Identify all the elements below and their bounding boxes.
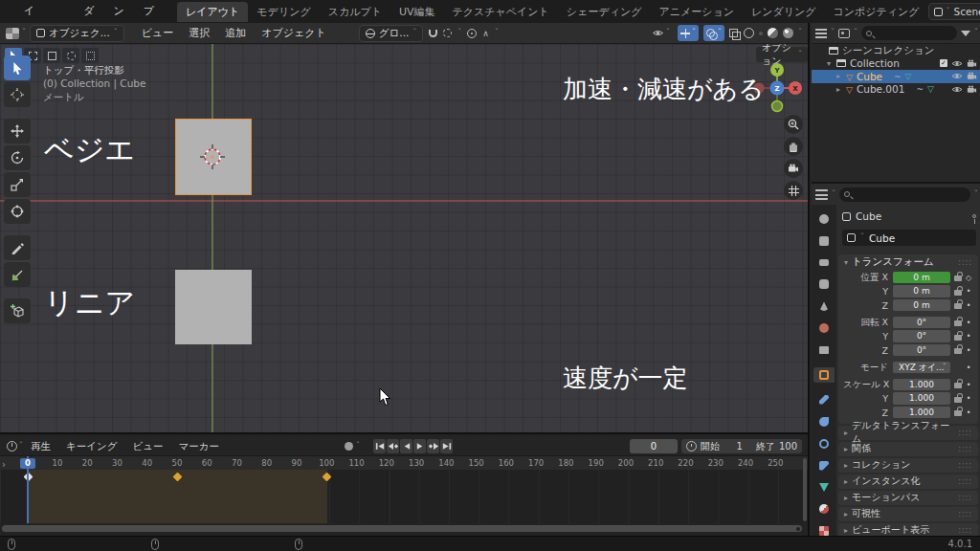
transform-value-field[interactable]: 0 m xyxy=(893,272,950,284)
tab-output-icon[interactable] xyxy=(818,258,830,267)
orientation-selector[interactable]: グロ... ˇ xyxy=(359,25,424,42)
properties-editor-icon[interactable] xyxy=(815,189,828,200)
timeline-menu-item[interactable]: ビュー xyxy=(124,436,170,456)
outliner-row[interactable]: シーンコレクション ✓ xyxy=(812,44,980,57)
tab-tool-icon[interactable] xyxy=(818,214,830,224)
tab-physics-icon[interactable] xyxy=(818,439,830,449)
camera-view-icon[interactable] xyxy=(784,159,803,178)
select-box-tool[interactable] xyxy=(4,55,31,80)
transform-value-field[interactable]: 0 m xyxy=(893,299,950,312)
play-button[interactable] xyxy=(413,439,426,453)
timeline-sidebar-expander[interactable]: › xyxy=(2,459,6,470)
workspace-tab[interactable]: レンダリング xyxy=(743,2,825,22)
jump-to-start-button[interactable] xyxy=(373,439,386,453)
viewport-menu-item[interactable]: 選択 xyxy=(181,23,217,44)
workspace-tab[interactable]: アニメーション xyxy=(650,2,743,22)
keyframe-diamond[interactable] xyxy=(323,473,332,482)
collapsed-section[interactable]: 可視性 :::: xyxy=(838,507,978,521)
collapsed-section[interactable]: モーションパス :::: xyxy=(838,491,978,505)
lock-icon[interactable] xyxy=(954,303,962,309)
xray-toggle-icon[interactable] xyxy=(729,29,739,38)
expander-icon[interactable] xyxy=(836,72,846,80)
scene-selector[interactable]: ˇ Scene × xyxy=(928,3,980,20)
grid-toggle-icon[interactable] xyxy=(784,181,803,200)
select-subtract-icon[interactable] xyxy=(62,48,79,63)
rotate-tool[interactable] xyxy=(4,145,31,170)
select-intersect-icon[interactable] xyxy=(81,48,99,63)
disable-camera-icon[interactable] xyxy=(967,72,977,80)
timeline-menu-item[interactable]: マーカー xyxy=(170,436,227,456)
visibility-dropdown[interactable]: ˇ xyxy=(649,25,673,41)
tab-scene-icon[interactable] xyxy=(818,301,830,311)
proportional-edit-icon[interactable] xyxy=(467,29,477,38)
tab-object-icon[interactable] xyxy=(813,367,835,383)
outliner-item-label[interactable]: Collection xyxy=(850,57,900,69)
viewport-menu-item[interactable]: ビュー xyxy=(134,23,182,44)
transform-value-field[interactable]: 1.000 xyxy=(893,407,950,419)
workspace-tab[interactable]: レイアウト xyxy=(177,2,248,22)
start-value[interactable]: 1 xyxy=(737,441,743,452)
outliner-item-label[interactable]: Cube xyxy=(857,71,882,82)
timeline-ruler[interactable]: 0102030405060708090100110120130140150160… xyxy=(0,456,808,470)
outliner-item-label[interactable]: Cube.001 xyxy=(857,83,905,95)
hide-eye-icon[interactable] xyxy=(951,72,963,80)
expander-icon[interactable] xyxy=(827,59,836,68)
cube-linear[interactable] xyxy=(175,270,252,344)
lock-icon[interactable] xyxy=(954,290,962,296)
hide-eye-icon[interactable] xyxy=(951,85,963,94)
prev-frame-button[interactable] xyxy=(400,439,412,453)
tab-world-icon[interactable] xyxy=(818,323,830,333)
overlays-toggle[interactable]: ˇ xyxy=(703,25,724,41)
expander-icon[interactable] xyxy=(836,85,846,94)
lock-icon[interactable] xyxy=(954,348,962,354)
checkbox-icon[interactable]: ✓ xyxy=(940,59,947,67)
tab-constraints-icon[interactable] xyxy=(818,461,830,471)
lock-icon[interactable] xyxy=(954,383,962,388)
tab-texture-icon[interactable] xyxy=(818,526,830,536)
tab-collection-icon[interactable] xyxy=(818,345,830,354)
animate-dot-icon[interactable]: • xyxy=(964,301,973,310)
animate-dot-icon[interactable]: • xyxy=(964,346,973,355)
timeline-tracks[interactable] xyxy=(0,470,808,523)
filter-funnel-icon[interactable] xyxy=(961,31,970,36)
workspace-tab[interactable]: シェーディング xyxy=(558,2,651,22)
outliner-filter-icon[interactable] xyxy=(838,29,850,38)
zoom-icon[interactable] xyxy=(784,115,803,134)
lock-icon[interactable] xyxy=(954,397,962,403)
playhead-frame-chip[interactable]: 0 xyxy=(20,458,35,469)
collapsed-section[interactable]: デルタトランスフォーム :::: xyxy=(838,426,978,440)
viewport-3d[interactable]: トップ・平行投影 (0) Collection | Cube メートル オプショ… xyxy=(0,44,808,432)
lock-icon[interactable] xyxy=(954,320,962,326)
animate-dot-icon[interactable]: • xyxy=(964,332,973,341)
options-dropdown[interactable]: オプション ˇ xyxy=(756,47,808,62)
snap-toggle-icon[interactable] xyxy=(429,30,437,37)
transform-tool[interactable] xyxy=(4,199,31,224)
record-icon[interactable] xyxy=(345,442,353,451)
editor-type-icon[interactable] xyxy=(6,28,19,39)
transform-panel-header[interactable]: ▾ トランスフォーム :::: xyxy=(838,254,978,270)
prev-keyframe-button[interactable] xyxy=(387,439,399,453)
animate-dot-icon[interactable]: • xyxy=(964,364,973,372)
mode-selector[interactable]: オブジェク... ˇ xyxy=(30,25,124,42)
timeline-vscrollbar[interactable] xyxy=(803,458,807,521)
timeline-hscrollbar[interactable] xyxy=(2,525,802,532)
jump-to-end-button[interactable] xyxy=(440,439,453,453)
scale-tool[interactable] xyxy=(4,172,31,197)
animate-dot-icon[interactable]: • xyxy=(964,408,973,417)
tab-modifiers-icon[interactable] xyxy=(818,395,830,405)
animate-dot-icon[interactable]: • xyxy=(964,381,973,389)
add-cube-tool[interactable] xyxy=(4,298,31,323)
transform-value-field[interactable]: 1.000 xyxy=(893,379,950,391)
outliner-row[interactable]: Cube.001 ✓ xyxy=(812,83,980,97)
collapsed-section[interactable]: コレクション :::: xyxy=(838,458,978,473)
shading-rendered-icon[interactable] xyxy=(783,28,793,38)
transform-value-field[interactable]: XYZ オイ... xyxy=(893,362,950,374)
select-extend-icon[interactable] xyxy=(43,48,60,63)
animate-dot-icon[interactable]: • xyxy=(964,287,973,296)
viewport-menu-item[interactable]: オブジェクト xyxy=(254,23,334,44)
timeline-menu-item[interactable]: 再生 xyxy=(23,436,58,456)
shading-wireframe-icon[interactable] xyxy=(744,28,754,38)
tab-render-icon[interactable] xyxy=(818,236,830,246)
disable-camera-icon[interactable] xyxy=(967,59,977,68)
transform-value-field[interactable]: 0 m xyxy=(893,285,950,298)
